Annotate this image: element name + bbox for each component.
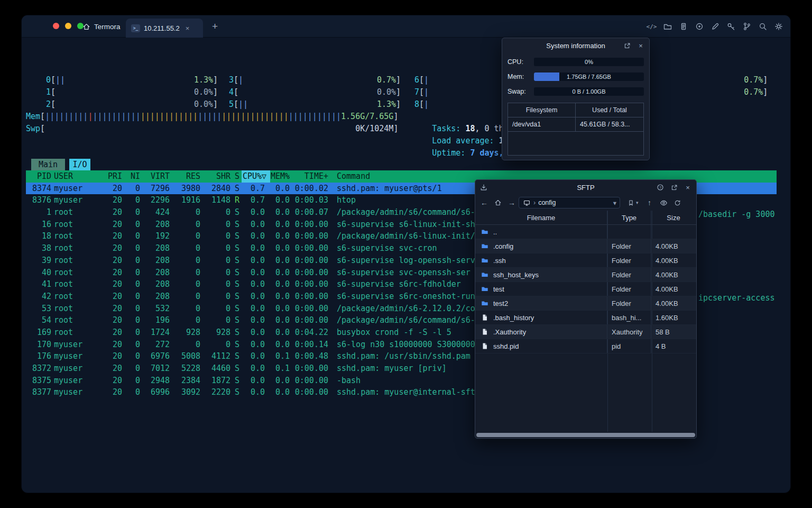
file-name: .Xauthority [493, 328, 526, 336]
file-size: 4 B [651, 339, 696, 353]
file-icon [481, 313, 489, 322]
swap-progress-bar: 0 B / 1.00GB [534, 87, 644, 96]
open-in-window-icon[interactable] [670, 183, 678, 192]
open-in-window-icon[interactable] [623, 41, 631, 50]
column-header-pri[interactable]: PRI [106, 170, 122, 183]
column-header-res[interactable]: RES [170, 170, 200, 183]
close-icon[interactable]: × [684, 183, 692, 192]
column-header-pid[interactable]: PID [26, 170, 51, 183]
back-icon[interactable]: ← [477, 198, 491, 207]
cpu-meter-3: 3[| 0.7%] [229, 74, 401, 86]
close-icon[interactable]: × [636, 41, 645, 50]
tab-label: 10.211.55.2 [144, 24, 180, 32]
tab-bar: Termora >_ 10.211.55.2 × + </> [22, 15, 790, 38]
column-header-time[interactable]: TIME+ [290, 170, 328, 183]
file-size: 4.00KB [651, 239, 696, 253]
file-size: 1.60KB [651, 311, 696, 324]
folder-icon [481, 242, 489, 250]
horizontal-scrollbar[interactable] [476, 433, 695, 437]
bookmark-chevron-icon[interactable]: ▾ [636, 200, 639, 205]
folder-icon [481, 270, 489, 279]
swap-meter: Swp[ 0K/1024M] [26, 123, 398, 135]
help-icon[interactable]: ? [656, 183, 665, 192]
file-row[interactable]: sshd.pidpid4 B [475, 339, 696, 353]
parent-directory-icon[interactable]: ↑ [643, 198, 657, 207]
sftp-panel: SFTP ? × ← → › config ▾ ▾ ↑ [475, 179, 697, 439]
branch-icon[interactable] [742, 22, 751, 31]
cpu-meter-1: 1[ 0.0%] [46, 86, 218, 98]
system-information-panel: System information × CPU: 0% Mem: 1.75GB… [502, 38, 650, 160]
settings-icon[interactable] [774, 22, 783, 31]
code-icon[interactable]: </> [647, 22, 656, 31]
file-type: Folder [607, 296, 651, 310]
cpu-meter-5: 5[|| 1.3%] [229, 98, 401, 111]
file-name: test [493, 285, 504, 293]
file-row[interactable]: .bash_historybash_hi...1.60KB [475, 311, 696, 325]
home-icon[interactable] [491, 198, 505, 207]
path-breadcrumb[interactable]: › config ▾ [519, 197, 620, 208]
column-header-shr[interactable]: SHR [200, 170, 230, 183]
folder-icon[interactable] [663, 22, 672, 31]
file-row[interactable]: .XauthorityXauthority58 B [475, 325, 696, 339]
mem-usage-row: Mem: 1.75GB / 7.65GB [508, 72, 644, 81]
htop-tab-main[interactable]: Main [31, 159, 65, 171]
file-row[interactable]: test2Folder4.00KB [475, 296, 696, 311]
column-header-cpu[interactable]: CPU%▽ [242, 170, 270, 183]
file-row[interactable]: .sshFolder4.00KB [475, 253, 696, 268]
refresh-icon[interactable] [671, 198, 684, 207]
column-header-virt[interactable]: VIRT [140, 170, 170, 183]
column-header-mem[interactable]: MEM% [270, 170, 290, 183]
file-type: pid [607, 339, 651, 353]
clipboard-icon[interactable] [679, 22, 688, 31]
file-row[interactable]: .. [475, 225, 696, 239]
file-list: ...configFolder4.00KB.sshFolder4.00KBssh… [475, 225, 696, 353]
computer-icon [522, 198, 531, 207]
app-window: Termora >_ 10.211.55.2 × + </> Tasks: 18… [21, 15, 791, 493]
chevron-down-icon[interactable]: ▾ [613, 199, 616, 207]
file-row[interactable]: ssh_host_keysFolder4.00KB [475, 268, 696, 282]
search-icon[interactable] [758, 22, 767, 31]
forward-icon[interactable]: → [505, 198, 519, 207]
cpu-meter-0: 0[|| 1.3%] [46, 74, 218, 86]
new-tab-button[interactable]: + [208, 15, 222, 38]
tab-termora-home[interactable]: Termora [75, 15, 128, 38]
filesystem-table-header: Filesystem Used / Total [508, 103, 643, 117]
window-toolbar: </> [647, 15, 783, 38]
column-header-user[interactable]: USER [51, 170, 106, 183]
file-size: 4.00KB [651, 253, 696, 267]
bookmark-icon[interactable] [625, 198, 636, 207]
file-name: ssh_host_keys [493, 271, 539, 279]
key-icon[interactable] [726, 22, 735, 31]
panel-title-bar: System information × [502, 38, 649, 53]
file-row[interactable]: testFolder4.00KB [475, 282, 696, 296]
close-window-button[interactable] [53, 23, 59, 29]
file-name: test2 [493, 300, 508, 307]
mem-progress-bar: 1.75GB / 7.65GB [534, 72, 644, 81]
close-tab-icon[interactable]: × [186, 24, 190, 32]
show-hidden-icon[interactable] [658, 198, 670, 207]
column-header-ni[interactable]: NI [122, 170, 140, 183]
record-icon[interactable] [695, 22, 704, 31]
sftp-toolbar: ← → › config ▾ ▾ ↑ [475, 195, 696, 211]
file-table-header[interactable]: Filename Type Size [475, 211, 696, 225]
cpu-meter-2: 2[ 0.0%] [46, 98, 218, 111]
swap-usage-row: Swap: 0 B / 1.00GB [508, 87, 644, 96]
filesystem-row[interactable]: /dev/vda1 45.61GB / 58.3... [508, 117, 643, 132]
transfers-icon[interactable] [479, 183, 488, 192]
tab-ssh-session[interactable]: >_ 10.211.55.2 × [126, 19, 203, 38]
file-icon [481, 342, 489, 350]
htop-tab-io[interactable]: I/O [69, 159, 90, 171]
folder-icon [481, 299, 489, 307]
minimize-window-button[interactable] [65, 23, 71, 29]
file-type: Folder [607, 239, 651, 253]
current-directory[interactable]: config [538, 199, 556, 206]
memory-meter: Mem[||||||||||||||||||||||||||||||||||||… [26, 111, 398, 123]
file-type: Xauthority [607, 325, 651, 339]
pencil-icon[interactable] [710, 22, 719, 31]
file-type: Folder [607, 268, 651, 282]
file-name: sshd.pid [493, 342, 519, 350]
file-type [607, 225, 651, 239]
file-row[interactable]: .configFolder4.00KB [475, 239, 696, 253]
column-header-s[interactable]: S [230, 170, 242, 183]
folder-icon [481, 228, 489, 236]
